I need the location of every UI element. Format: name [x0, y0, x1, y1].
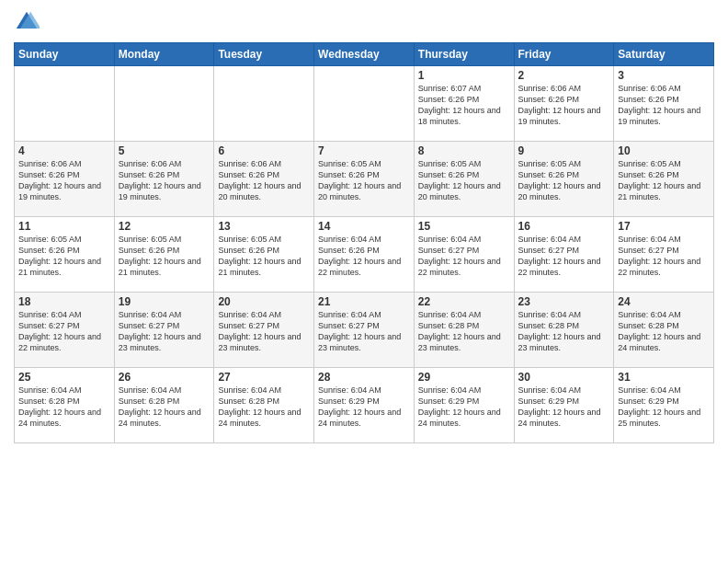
calendar-cell: 16Sunrise: 6:04 AMSunset: 6:27 PMDayligh…	[514, 217, 614, 293]
day-number: 18	[18, 295, 110, 308]
calendar-cell: 19Sunrise: 6:04 AMSunset: 6:27 PMDayligh…	[114, 293, 214, 368]
day-header-saturday: Saturday	[614, 43, 714, 66]
day-number: 21	[318, 295, 410, 308]
week-row-5: 25Sunrise: 6:04 AMSunset: 6:28 PMDayligh…	[15, 368, 714, 443]
calendar-cell: 27Sunrise: 6:04 AMSunset: 6:28 PMDayligh…	[214, 368, 314, 443]
day-info: Sunrise: 6:04 AMSunset: 6:28 PMDaylight:…	[618, 309, 710, 354]
calendar-cell: 29Sunrise: 6:04 AMSunset: 6:29 PMDayligh…	[414, 368, 514, 443]
calendar-cell: 28Sunrise: 6:04 AMSunset: 6:29 PMDayligh…	[314, 368, 415, 443]
day-info: Sunrise: 6:04 AMSunset: 6:27 PMDaylight:…	[218, 309, 310, 354]
calendar-cell: 18Sunrise: 6:04 AMSunset: 6:27 PMDayligh…	[15, 293, 115, 368]
calendar-cell: 31Sunrise: 6:04 AMSunset: 6:29 PMDayligh…	[614, 368, 714, 443]
day-number: 2	[518, 69, 610, 82]
calendar-cell: 24Sunrise: 6:04 AMSunset: 6:28 PMDayligh…	[614, 293, 714, 368]
calendar-cell: 12Sunrise: 6:05 AMSunset: 6:26 PMDayligh…	[114, 217, 214, 293]
calendar-cell: 25Sunrise: 6:04 AMSunset: 6:28 PMDayligh…	[15, 368, 115, 443]
day-info: Sunrise: 6:05 AMSunset: 6:26 PMDaylight:…	[18, 234, 110, 279]
day-number: 19	[119, 295, 210, 308]
day-number: 3	[618, 69, 710, 82]
calendar-table: SundayMondayTuesdayWednesdayThursdayFrid…	[14, 42, 714, 443]
day-number: 6	[218, 144, 310, 157]
calendar-cell: 21Sunrise: 6:04 AMSunset: 6:27 PMDayligh…	[314, 293, 415, 368]
calendar-cell: 7Sunrise: 6:05 AMSunset: 6:26 PMDaylight…	[314, 142, 415, 217]
day-number: 9	[518, 144, 610, 157]
day-header-monday: Monday	[114, 43, 214, 66]
day-info: Sunrise: 6:06 AMSunset: 6:26 PMDaylight:…	[518, 83, 610, 128]
calendar-cell: 20Sunrise: 6:04 AMSunset: 6:27 PMDayligh…	[214, 293, 314, 368]
day-info: Sunrise: 6:04 AMSunset: 6:29 PMDaylight:…	[318, 385, 410, 430]
calendar-cell: 11Sunrise: 6:05 AMSunset: 6:26 PMDayligh…	[15, 217, 115, 293]
calendar-cell: 5Sunrise: 6:06 AMSunset: 6:26 PMDaylight…	[114, 142, 214, 217]
day-number: 4	[18, 144, 110, 157]
calendar-cell: 1Sunrise: 6:07 AMSunset: 6:26 PMDaylight…	[414, 66, 514, 142]
logo-icon	[14, 9, 40, 35]
calendar-cell: 6Sunrise: 6:06 AMSunset: 6:26 PMDaylight…	[214, 142, 314, 217]
week-row-1: 1Sunrise: 6:07 AMSunset: 6:26 PMDaylight…	[15, 66, 714, 142]
calendar-cell: 23Sunrise: 6:04 AMSunset: 6:28 PMDayligh…	[514, 293, 614, 368]
day-info: Sunrise: 6:04 AMSunset: 6:26 PMDaylight:…	[318, 234, 410, 279]
logo	[14, 9, 43, 35]
day-number: 13	[218, 220, 310, 233]
day-info: Sunrise: 6:05 AMSunset: 6:26 PMDaylight:…	[218, 234, 310, 279]
day-number: 14	[318, 220, 410, 233]
week-row-3: 11Sunrise: 6:05 AMSunset: 6:26 PMDayligh…	[15, 217, 714, 293]
day-info: Sunrise: 6:05 AMSunset: 6:26 PMDaylight:…	[618, 158, 710, 203]
day-header-wednesday: Wednesday	[314, 43, 415, 66]
day-header-thursday: Thursday	[414, 43, 514, 66]
day-header-sunday: Sunday	[15, 43, 115, 66]
day-number: 20	[218, 295, 310, 308]
day-info: Sunrise: 6:06 AMSunset: 6:26 PMDaylight:…	[119, 158, 210, 203]
day-number: 28	[318, 371, 410, 384]
day-number: 10	[618, 144, 710, 157]
day-info: Sunrise: 6:04 AMSunset: 6:27 PMDaylight:…	[18, 309, 110, 354]
day-info: Sunrise: 6:06 AMSunset: 6:26 PMDaylight:…	[18, 158, 110, 203]
header-row: SundayMondayTuesdayWednesdayThursdayFrid…	[15, 43, 714, 66]
day-info: Sunrise: 6:05 AMSunset: 6:26 PMDaylight:…	[418, 158, 510, 203]
day-number: 11	[18, 220, 110, 233]
day-info: Sunrise: 6:05 AMSunset: 6:26 PMDaylight:…	[518, 158, 610, 203]
calendar-cell: 9Sunrise: 6:05 AMSunset: 6:26 PMDaylight…	[514, 142, 614, 217]
day-info: Sunrise: 6:04 AMSunset: 6:28 PMDaylight:…	[518, 309, 610, 354]
calendar-cell: 22Sunrise: 6:04 AMSunset: 6:28 PMDayligh…	[414, 293, 514, 368]
day-number: 12	[119, 220, 210, 233]
day-info: Sunrise: 6:05 AMSunset: 6:26 PMDaylight:…	[318, 158, 410, 203]
day-info: Sunrise: 6:06 AMSunset: 6:26 PMDaylight:…	[218, 158, 310, 203]
day-number: 16	[518, 220, 610, 233]
day-header-tuesday: Tuesday	[214, 43, 314, 66]
day-number: 29	[418, 371, 510, 384]
calendar-cell: 8Sunrise: 6:05 AMSunset: 6:26 PMDaylight…	[414, 142, 514, 217]
calendar-cell	[314, 66, 415, 142]
day-number: 27	[218, 371, 310, 384]
day-info: Sunrise: 6:04 AMSunset: 6:28 PMDaylight:…	[418, 309, 510, 354]
calendar-cell: 3Sunrise: 6:06 AMSunset: 6:26 PMDaylight…	[614, 66, 714, 142]
day-info: Sunrise: 6:04 AMSunset: 6:27 PMDaylight:…	[618, 234, 710, 279]
day-number: 5	[119, 144, 210, 157]
day-info: Sunrise: 6:04 AMSunset: 6:29 PMDaylight:…	[518, 385, 610, 430]
calendar-cell	[15, 66, 115, 142]
day-number: 15	[418, 220, 510, 233]
day-number: 31	[618, 371, 710, 384]
day-number: 23	[518, 295, 610, 308]
day-info: Sunrise: 6:04 AMSunset: 6:28 PMDaylight:…	[119, 385, 210, 430]
day-number: 7	[318, 144, 410, 157]
day-number: 24	[618, 295, 710, 308]
calendar-cell	[214, 66, 314, 142]
day-number: 17	[618, 220, 710, 233]
week-row-4: 18Sunrise: 6:04 AMSunset: 6:27 PMDayligh…	[15, 293, 714, 368]
day-number: 1	[418, 69, 510, 82]
calendar-cell: 26Sunrise: 6:04 AMSunset: 6:28 PMDayligh…	[114, 368, 214, 443]
day-number: 30	[518, 371, 610, 384]
page: SundayMondayTuesdayWednesdayThursdayFrid…	[0, 0, 728, 563]
day-info: Sunrise: 6:04 AMSunset: 6:27 PMDaylight:…	[518, 234, 610, 279]
calendar-cell	[114, 66, 214, 142]
day-info: Sunrise: 6:04 AMSunset: 6:28 PMDaylight:…	[218, 385, 310, 430]
calendar-cell: 13Sunrise: 6:05 AMSunset: 6:26 PMDayligh…	[214, 217, 314, 293]
calendar-cell: 10Sunrise: 6:05 AMSunset: 6:26 PMDayligh…	[614, 142, 714, 217]
day-info: Sunrise: 6:04 AMSunset: 6:27 PMDaylight:…	[318, 309, 410, 354]
day-info: Sunrise: 6:05 AMSunset: 6:26 PMDaylight:…	[119, 234, 210, 279]
day-info: Sunrise: 6:07 AMSunset: 6:26 PMDaylight:…	[418, 83, 510, 128]
day-number: 25	[18, 371, 110, 384]
day-info: Sunrise: 6:06 AMSunset: 6:26 PMDaylight:…	[618, 83, 710, 128]
calendar-cell: 2Sunrise: 6:06 AMSunset: 6:26 PMDaylight…	[514, 66, 614, 142]
day-info: Sunrise: 6:04 AMSunset: 6:28 PMDaylight:…	[18, 385, 110, 430]
